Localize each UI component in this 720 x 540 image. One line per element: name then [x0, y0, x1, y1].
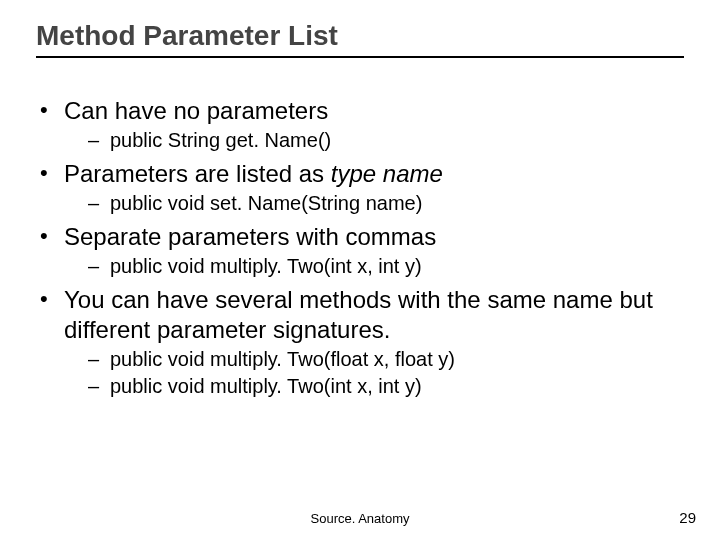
- slide-title: Method Parameter List: [36, 20, 684, 58]
- sub-item: public void multiply. Two(int x, int y): [64, 254, 684, 279]
- title-block: Method Parameter List: [36, 20, 684, 58]
- bullet-text: You can have several methods with the sa…: [64, 286, 653, 343]
- bullet-text-italic: type name: [331, 160, 443, 187]
- page-number: 29: [679, 509, 696, 526]
- bullet-text: Separate parameters with commas: [64, 223, 436, 250]
- sub-item: public void multiply. Two(int x, int y): [64, 374, 684, 399]
- sub-list: public void multiply. Two(float x, float…: [64, 347, 684, 399]
- slide: Method Parameter List Can have no parame…: [0, 0, 720, 540]
- bullet-item: Can have no parameters public String get…: [36, 96, 684, 153]
- sub-item: public void set. Name(String name): [64, 191, 684, 216]
- bullet-item: Parameters are listed as type name publi…: [36, 159, 684, 216]
- bullet-item: Separate parameters with commas public v…: [36, 222, 684, 279]
- sub-list: public void multiply. Two(int x, int y): [64, 254, 684, 279]
- bullet-list: Can have no parameters public String get…: [36, 96, 684, 399]
- sub-list: public String get. Name(): [64, 128, 684, 153]
- footer-center: Source. Anatomy: [0, 511, 720, 526]
- bullet-text-prefix: Parameters are listed as: [64, 160, 331, 187]
- sub-item: public String get. Name(): [64, 128, 684, 153]
- sub-list: public void set. Name(String name): [64, 191, 684, 216]
- sub-item: public void multiply. Two(float x, float…: [64, 347, 684, 372]
- slide-body: Can have no parameters public String get…: [36, 90, 684, 405]
- bullet-text: Can have no parameters: [64, 97, 328, 124]
- bullet-item: You can have several methods with the sa…: [36, 285, 684, 399]
